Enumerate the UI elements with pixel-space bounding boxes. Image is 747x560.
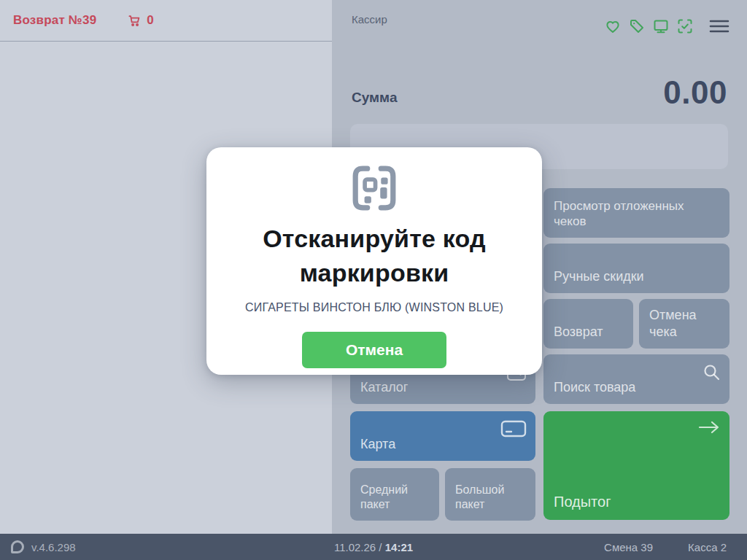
button-label: Средний пакет [360, 483, 429, 512]
card-icon [500, 419, 527, 438]
pending-receipts-button[interactable]: Просмотр отложенных чеков [543, 188, 729, 238]
button-label: Отмена чека [649, 307, 719, 340]
scan-check-button[interactable] [676, 18, 694, 37]
scan-marking-modal: Отсканируйте код маркировки СИГАРЕТЫ ВИН… [206, 147, 542, 375]
marking-code-icon [352, 165, 397, 214]
status-bar: v.4.6.298 11.02.26 / 14:21 Смена 39 Касс… [0, 534, 747, 560]
subtotal-button[interactable]: Подытог [543, 411, 729, 520]
cashier-label: Кассир [352, 13, 387, 26]
tag-icon [628, 18, 646, 37]
favorites-button[interactable] [604, 18, 622, 37]
sum-label: Сумма [352, 90, 397, 111]
shift-label: Смена 39 [604, 541, 653, 553]
session-info: Смена 39 Касса 2 [604, 541, 727, 553]
display-icon [652, 18, 670, 37]
button-label: Каталог [360, 379, 408, 396]
receipt-header: Возврат №39 0 [0, 0, 332, 42]
button-label: Карта [360, 436, 395, 453]
time-label: 14:21 [385, 541, 413, 553]
cart-count: 0 [147, 13, 153, 28]
menu-icon [709, 18, 729, 36]
arrow-right-icon [697, 419, 721, 435]
sum-row: Сумма 0.00 [352, 70, 727, 111]
button-label: Поиск товара [554, 379, 635, 396]
toolbar [604, 18, 729, 37]
return-title: Возврат №39 [13, 13, 96, 28]
pos-app: Возврат №39 0 Кассир [0, 0, 747, 560]
refund-button[interactable]: Возврат [543, 299, 633, 349]
date-label: 11.02.26 / [334, 541, 382, 553]
manual-discounts-button[interactable]: Ручные скидки [543, 244, 729, 293]
heart-icon [604, 18, 622, 37]
button-label: Просмотр отложенных чеков [554, 198, 719, 230]
modal-cancel-button[interactable]: Отмена [302, 332, 446, 368]
register-label: Касса 2 [688, 541, 727, 553]
modal-product-name: СИГАРЕТЫ ВИНСТОН БЛЮ (WINSTON BLUE) [245, 301, 503, 314]
product-search-button[interactable]: Поиск товара [543, 354, 729, 404]
main-menu-button[interactable] [709, 18, 729, 36]
display-button[interactable] [652, 18, 670, 37]
bag-medium-button[interactable]: Средний пакет [350, 468, 439, 521]
cart-indicator[interactable]: 0 [128, 13, 153, 28]
button-label: Большой пакет [455, 483, 525, 512]
sum-value: 0.00 [663, 74, 727, 111]
search-icon [702, 362, 721, 381]
modal-title: Отсканируйте код маркировки [232, 222, 516, 289]
button-label: Подытог [554, 493, 611, 511]
scan-check-icon [676, 18, 694, 37]
card-button[interactable]: Карта [350, 411, 535, 461]
button-label: Ручные скидки [554, 268, 644, 285]
bag-large-button[interactable]: Большой пакет [445, 468, 535, 521]
discounts-button[interactable] [628, 18, 646, 37]
cancel-receipt-button[interactable]: Отмена чека [639, 299, 729, 349]
cart-icon [128, 14, 142, 28]
button-label: Возврат [554, 324, 603, 341]
